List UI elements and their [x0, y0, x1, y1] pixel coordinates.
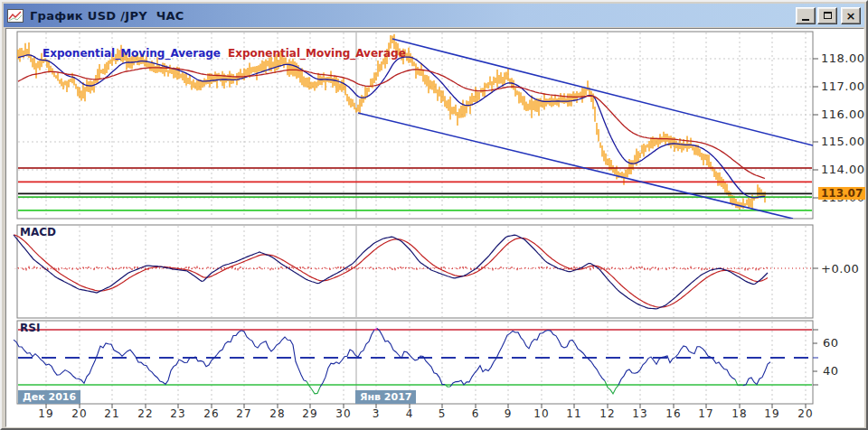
- app-window: График USD /JPY ЧАС × Exponential_Moving…: [0, 0, 868, 430]
- close-button[interactable]: ×: [841, 7, 861, 24]
- minimize-icon: [802, 19, 809, 21]
- maximize-icon: [824, 12, 832, 19]
- trend-line: [392, 39, 813, 145]
- title-bar[interactable]: График USD /JPY ЧАС ×: [4, 4, 864, 27]
- macd-panel-frame: [17, 225, 813, 318]
- ema-line: [18, 55, 765, 198]
- ema-line: [18, 68, 765, 179]
- rsi-line: [743, 362, 770, 386]
- window-controls: ×: [796, 7, 861, 24]
- close-icon: ×: [846, 10, 856, 22]
- minimize-button[interactable]: [796, 7, 816, 24]
- trend-line: [358, 113, 793, 219]
- rsi-line: [307, 381, 320, 394]
- macd-signal-line: [14, 235, 768, 307]
- macd-line: [14, 235, 768, 309]
- rsi-panel-frame: [17, 321, 813, 404]
- chart-canvas[interactable]: [2, 2, 868, 430]
- rsi-line: [377, 329, 445, 385]
- maximize-button[interactable]: [817, 7, 837, 24]
- rsi-line: [605, 381, 618, 394]
- chart-icon: [7, 9, 24, 23]
- rsi-line: [618, 346, 735, 385]
- window-title: График USD /JPY ЧАС: [30, 9, 184, 23]
